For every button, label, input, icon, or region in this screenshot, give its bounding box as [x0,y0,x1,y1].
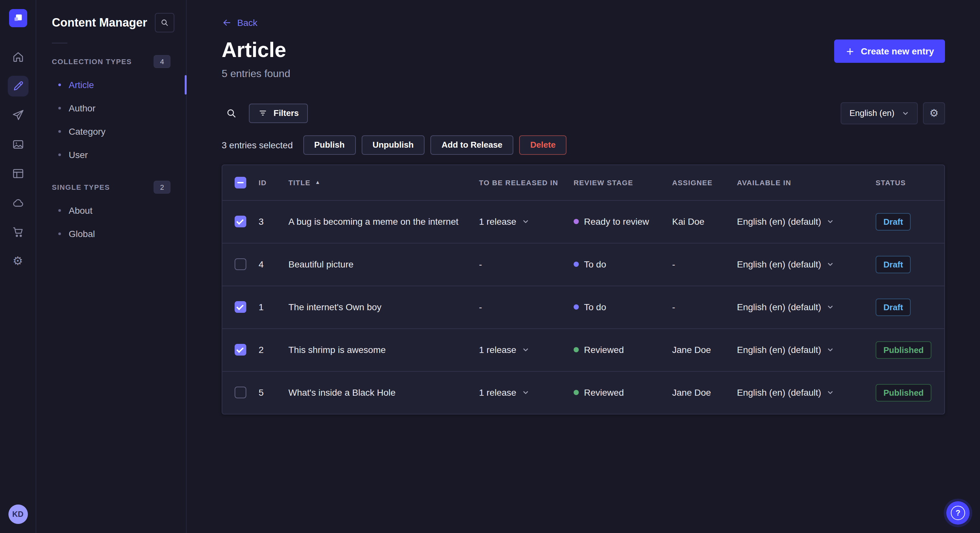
row-assignee: Kai Doe [672,217,737,227]
content-type-builder-icon[interactable] [8,163,28,184]
bullet-icon [58,130,61,133]
entries-count: 5 entries found [222,68,290,80]
bullet-icon [58,84,61,86]
subnav-item-about[interactable]: About [36,199,186,222]
create-new-entry-button[interactable]: Create new entry [834,40,945,63]
deploy-cloud-icon[interactable] [8,192,28,213]
column-header-review-stage: REVIEW STAGE [574,179,672,187]
row-title: This shrimp is awesome [288,345,479,355]
row-release-dropdown[interactable]: 1 release [479,345,528,355]
row-release-label: - [479,259,482,270]
table-row[interactable]: 1 The internet's Own boy - To do - Engli… [222,286,944,329]
media-library-icon[interactable] [8,134,28,155]
filters-button[interactable]: Filters [249,104,308,123]
row-title: Beautiful picture [288,259,479,270]
row-release-dropdown[interactable]: 1 release [479,388,528,398]
subnav-item-category[interactable]: Category [36,120,186,143]
row-id: 5 [259,388,288,398]
delete-button[interactable]: Delete [519,135,566,155]
add-to-release-button[interactable]: Add to Release [430,135,513,155]
row-locale-dropdown[interactable]: English (en) (default) [737,302,834,313]
row-checkbox[interactable] [235,344,246,356]
row-title: The internet's Own boy [288,302,479,313]
select-all-checkbox[interactable] [235,177,246,189]
subnav-section-label: COLLECTION TYPES [52,58,132,65]
status-badge: Draft [876,298,911,316]
plus-icon [845,46,855,56]
row-release-dropdown[interactable]: 1 release [479,217,528,227]
column-header-id: ID [259,179,288,187]
table-row[interactable]: 3 A bug is becoming a meme on the intern… [222,201,944,244]
content-manager-subnav: Content Manager COLLECTION TYPES 4 Artic… [36,0,187,533]
row-checkbox[interactable] [235,259,246,270]
subnav-item-user[interactable]: User [36,143,186,167]
unpublish-button[interactable]: Unpublish [361,135,425,155]
view-settings-button[interactable]: ⚙ [923,102,945,124]
row-id: 3 [259,217,288,227]
back-link[interactable]: Back [222,17,257,28]
status-badge: Draft [876,213,911,230]
subnav-section: SINGLE TYPES 2 About Global [36,176,186,246]
subnav-item-article[interactable]: Article [36,73,186,97]
subnav-item-author[interactable]: Author [36,97,186,120]
row-assignee: Jane Doe [672,388,737,398]
bullet-icon [58,233,61,235]
row-checkbox[interactable] [235,387,246,399]
release-chevron-down-icon [522,347,528,353]
row-release-dropdown[interactable]: - [479,302,482,313]
row-release-dropdown[interactable]: - [479,259,482,270]
row-stage-label: To do [584,259,606,270]
search-button[interactable] [222,104,241,123]
table-row[interactable]: 2 This shrimp is awesome 1 release Revie… [222,329,944,372]
row-title: A bug is becoming a meme on the internet [288,217,479,227]
entries-table: ID TITLE▲ TO BE RELEASED IN REVIEW STAGE… [222,165,945,414]
marketplace-cart-icon[interactable] [8,222,28,242]
app-window: ⚙ KD Content Manager COLLECTION TYPES 4 … [0,0,980,533]
settings-gear-icon[interactable]: ⚙ [8,251,28,271]
table-row[interactable]: 4 Beautiful picture - To do - English (e… [222,244,944,286]
table-row[interactable]: 5 What's inside a Black Hole 1 release R… [222,372,944,414]
sort-ascending-icon: ▲ [315,180,320,186]
row-locale-dropdown[interactable]: English (en) (default) [737,259,834,270]
status-badge: Published [876,341,931,359]
locale-chevron-down-icon [827,347,834,353]
review-stage-dot-icon [574,347,579,353]
locale-select[interactable]: English (en) [840,102,918,124]
bullet-icon [58,209,61,212]
main-nav-items: ⚙ [8,47,28,271]
row-locale-label: English (en) (default) [737,302,821,313]
main-content: Back Article 5 entries found Create new … [187,0,980,533]
subnav-item-label: About [69,205,92,216]
subnav-item-global[interactable]: Global [36,222,186,246]
bullet-icon [58,154,61,156]
subnav-section-list: About Global [36,199,186,246]
subnav-title: Content Manager [52,16,147,30]
row-checkbox[interactable] [235,301,246,313]
row-locale-dropdown[interactable]: English (en) (default) [737,217,834,227]
row-locale-dropdown[interactable]: English (en) (default) [737,388,834,398]
user-avatar[interactable]: KD [8,504,27,524]
publish-button[interactable]: Publish [303,135,355,155]
search-icon [226,108,237,119]
help-button[interactable]: ? [946,501,970,525]
page-title: Article [222,38,290,62]
row-stage-label: Reviewed [584,345,624,355]
locale-chevron-down-icon [827,261,834,268]
row-release-label: - [479,302,482,313]
row-id: 4 [259,259,288,270]
row-locale-dropdown[interactable]: English (en) (default) [737,345,834,355]
home-icon[interactable] [8,47,28,67]
row-locale-label: English (en) (default) [737,345,821,355]
column-header-title[interactable]: TITLE▲ [288,179,479,187]
row-assignee: Jane Doe [672,345,737,355]
subnav-section-list: Article Author Category User [36,73,186,167]
table-body: 3 A bug is becoming a meme on the intern… [222,201,944,414]
subnav-search-button[interactable] [155,13,174,32]
row-id: 1 [259,302,288,313]
releases-icon[interactable] [8,105,28,125]
bullet-icon [58,107,61,109]
subnav-item-label: Article [69,80,94,90]
content-manager-icon[interactable] [8,76,28,97]
row-locale-label: English (en) (default) [737,259,821,270]
row-checkbox[interactable] [235,216,246,228]
